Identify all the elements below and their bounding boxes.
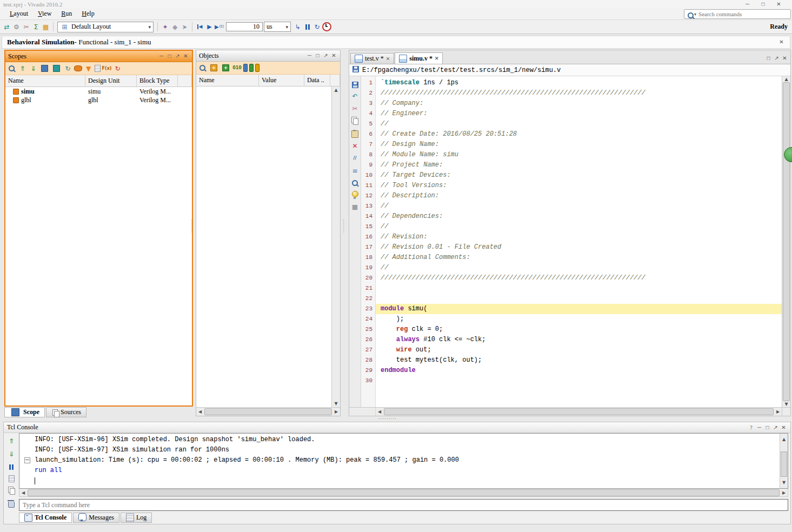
code-line-10[interactable]: // Target Devices:	[376, 170, 782, 181]
scroll-up-icon[interactable]: ▲	[332, 88, 340, 92]
scroll-down-icon[interactable]: ▼	[780, 477, 788, 488]
code-line-16[interactable]: // Revision:	[376, 232, 782, 242]
menu-help[interactable]: Help	[77, 9, 98, 19]
tab-tcl-console[interactable]: Tcl Console	[19, 513, 72, 523]
code-line-22[interactable]	[376, 294, 782, 304]
tcl-output[interactable]: INFO: [USF-XSim-96] XSim completed. Desi…	[19, 433, 788, 489]
menu-run[interactable]: Run	[57, 9, 76, 19]
collapse-all-icon[interactable]: ⇑	[7, 436, 16, 445]
expand-all-icon[interactable]: ⇓	[29, 64, 38, 73]
tcl-header[interactable]: Tcl Console ?─□↗✕	[4, 422, 790, 433]
code-line-5[interactable]: //	[376, 119, 782, 129]
collapse-toggle-icon[interactable]	[24, 457, 30, 463]
add-to-wave-recursive-icon[interactable]: +	[222, 64, 229, 71]
scopes-header[interactable]: Scopes ─□↗✕	[5, 51, 192, 62]
editor-hscrollbar[interactable]: ◀ ▶	[349, 407, 790, 416]
objects-hscrollbar[interactable]: ◀ ▶	[196, 407, 340, 416]
close-button[interactable]: ✕	[780, 425, 787, 430]
code-line-6[interactable]: // Create Date: 2016/08/25 20:51:28	[376, 129, 782, 139]
code-line-25[interactable]: reg clk = 0;	[376, 324, 782, 335]
lightbulb-icon[interactable]	[352, 191, 358, 197]
code-line-2[interactable]: ////////////////////////////////////////…	[376, 88, 782, 98]
comment-icon[interactable]: //	[350, 154, 360, 163]
layout-icon[interactable]: ⊞	[60, 22, 69, 31]
minimize-button[interactable]: ─	[158, 54, 165, 59]
go-to-instantiation-icon[interactable]	[53, 65, 60, 72]
radix-icon[interactable]: 010	[232, 63, 242, 72]
code-line-20[interactable]: ////////////////////////////////////////…	[376, 273, 782, 283]
scopes-table-body[interactable]: simusimuVerilog M...glblglblVerilog M...	[5, 87, 192, 405]
code-line-18[interactable]: // Additional Comments:	[376, 252, 782, 263]
relaunch-icon[interactable]: ↻	[312, 22, 322, 31]
column-header-name[interactable]: Name	[196, 75, 259, 86]
column-header-data-[interactable]: Data ..	[304, 75, 330, 86]
chevron-down-icon[interactable]: ▾	[285, 24, 288, 30]
minimize-button[interactable]: ─	[306, 53, 313, 58]
scrollbar-thumb[interactable]	[28, 489, 780, 496]
column-header-value[interactable]: Value	[259, 75, 304, 86]
scrollbar-thumb[interactable]	[781, 451, 787, 477]
undo-icon[interactable]: ↶	[350, 91, 360, 101]
code-line-27[interactable]: wire out;	[376, 345, 782, 355]
step-icon[interactable]: ↳	[293, 22, 302, 31]
cut-icon[interactable]: ✂	[350, 104, 360, 113]
open-recent-icon[interactable]: ⇄	[2, 22, 11, 31]
fx-icon[interactable]: F(x)	[102, 64, 111, 73]
force-clock-icon[interactable]	[249, 64, 254, 72]
scope-row-glbl[interactable]: glblglblVerilog M...	[5, 96, 192, 104]
block-icon[interactable]: ■	[350, 202, 360, 211]
copy-icon[interactable]	[7, 486, 16, 495]
code-line-12[interactable]: // Description:	[376, 191, 782, 201]
code-line-24[interactable]: );	[376, 314, 782, 324]
indent-icon[interactable]: ≡	[350, 166, 360, 175]
set-scope-icon[interactable]	[74, 65, 82, 71]
reports-icon[interactable]: Σ	[31, 22, 41, 31]
tab-log[interactable]: Log	[121, 513, 152, 523]
tcl-vscrollbar[interactable]: ▲ ▼	[780, 434, 788, 488]
maximize-button[interactable]: ↗	[772, 425, 779, 430]
close-button[interactable]: ✕	[781, 56, 788, 61]
minimize-button[interactable]: ─	[756, 425, 763, 430]
menu-view[interactable]: View	[34, 9, 56, 19]
scroll-right-icon[interactable]: ▶	[774, 409, 782, 414]
code-line-13[interactable]: //	[376, 201, 782, 211]
elaborate-icon[interactable]: ✦	[161, 22, 170, 31]
maximize-button[interactable]: □	[760, 2, 767, 7]
code-line-9[interactable]: // Project Name:	[376, 160, 782, 170]
scroll-up-icon[interactable]: ▲	[780, 434, 788, 444]
chevron-down-icon[interactable]: ▾	[148, 24, 151, 30]
time-unit-select[interactable]: us ▾	[264, 22, 291, 32]
copy-icon[interactable]	[350, 116, 360, 125]
runtime-clock-icon[interactable]	[322, 22, 331, 31]
code-line-7[interactable]: // Design Name:	[376, 139, 782, 150]
report-icon[interactable]	[95, 65, 101, 72]
module-icon[interactable]	[13, 97, 19, 103]
run-all-icon[interactable]	[205, 22, 214, 31]
code-line-14[interactable]: // Dependencies:	[376, 211, 782, 222]
close-tab-icon[interactable]: ✕	[435, 56, 439, 61]
layout-selector[interactable]: ⊞ Default Layout ▾	[57, 22, 154, 32]
filter-icon[interactable]: ▼	[84, 64, 93, 73]
code-line-28[interactable]: test mytest(clk, out);	[376, 355, 782, 365]
code-line-8[interactable]: // Module Name: simu	[376, 150, 782, 160]
tcl-hscrollbar[interactable]: ◀ ▶	[19, 489, 788, 497]
help-button[interactable]: ?	[748, 425, 755, 430]
go-to-source-icon[interactable]	[41, 65, 48, 72]
column-header-block-type[interactable]: Block Type	[137, 75, 178, 87]
minimize-button[interactable]: ─	[744, 2, 751, 7]
console-splitter[interactable]	[378, 414, 397, 420]
force-constant-icon[interactable]	[243, 64, 248, 72]
save-icon[interactable]	[352, 82, 358, 88]
search-input[interactable]	[697, 10, 789, 18]
restart-icon[interactable]	[195, 22, 204, 31]
module-icon[interactable]	[13, 89, 19, 95]
scroll-right-icon[interactable]: ▶	[332, 409, 340, 414]
code-line-26[interactable]: always #10 clk <= ~clk;	[376, 335, 782, 345]
palette-icon[interactable]: ▦	[41, 22, 50, 31]
code-line-3[interactable]: // Company:	[376, 98, 782, 109]
command-search[interactable]: ▾	[684, 9, 791, 19]
tab-simu-v-[interactable]: simu.v *✕	[395, 52, 443, 64]
panel-splitter[interactable]	[342, 219, 349, 233]
maximize-button[interactable]: ↗	[773, 56, 780, 61]
scroll-right-icon[interactable]: ▶	[780, 490, 788, 495]
